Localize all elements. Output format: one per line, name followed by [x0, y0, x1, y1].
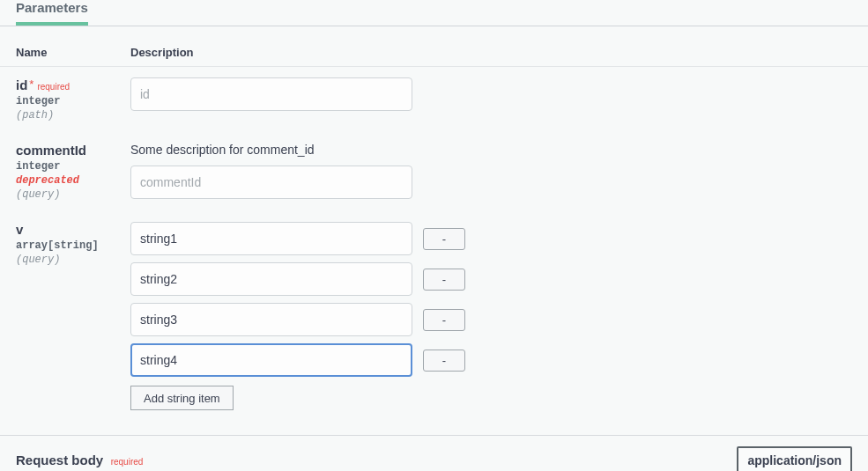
add-string-item-button[interactable]: Add string item [130, 386, 234, 410]
array-item-row: - [130, 343, 852, 377]
param-location: (query) [16, 254, 130, 266]
remove-item-button[interactable]: - [423, 228, 465, 250]
parameters-content: Name Description id*required integer (pa… [0, 26, 868, 471]
id-input[interactable] [130, 77, 412, 111]
deprecated-label: deprecated [16, 174, 130, 187]
param-name: v [16, 222, 23, 237]
remove-item-button[interactable]: - [423, 269, 465, 291]
column-header-name: Name [16, 46, 130, 59]
required-star-icon: * [29, 77, 33, 91]
remove-item-button[interactable]: - [423, 309, 465, 331]
request-body-header: Request body required [16, 453, 143, 468]
array-item-row: - [130, 222, 852, 255]
remove-item-button[interactable]: - [423, 350, 465, 372]
required-label: required [111, 457, 144, 467]
param-meta: id*required integer (path) [16, 77, 130, 121]
param-type: integer [16, 160, 130, 173]
param-row-commentid: commentId integer deprecated (query) Som… [0, 132, 868, 211]
param-description: Some description for comment_id [130, 143, 852, 157]
column-header-description: Description [130, 46, 194, 59]
v-item-input[interactable] [130, 262, 412, 296]
param-type: array[string] [16, 239, 130, 252]
table-header: Name Description [0, 35, 868, 67]
param-meta: v array[string] (query) [16, 222, 130, 266]
param-location: (query) [16, 188, 130, 201]
required-label: required [37, 82, 70, 92]
array-item-row: - [130, 262, 852, 296]
v-item-input[interactable] [130, 343, 412, 377]
tab-bar: Parameters [0, 0, 868, 26]
param-row-v: v array[string] (query) - - - - Add stri… [0, 211, 868, 421]
param-input-area: - - - - Add string item [130, 222, 852, 410]
param-input-area: Some description for comment_id [130, 143, 852, 199]
v-item-input[interactable] [130, 303, 412, 336]
param-name: commentId [16, 143, 86, 158]
param-row-id: id*required integer (path) [0, 67, 868, 132]
request-body-label: Request body [16, 453, 103, 467]
v-item-input[interactable] [130, 222, 412, 255]
array-item-row: - [130, 303, 852, 336]
content-type-select[interactable]: application/json [737, 446, 852, 471]
param-meta: commentId integer deprecated (query) [16, 143, 130, 201]
param-location: (path) [16, 109, 130, 121]
param-type: integer [16, 95, 130, 107]
request-body-section: Request body required application/json [0, 435, 868, 471]
commentid-input[interactable] [130, 166, 412, 199]
tab-parameters[interactable]: Parameters [16, 0, 88, 26]
param-name: id [16, 77, 27, 92]
param-input-area [130, 77, 852, 111]
